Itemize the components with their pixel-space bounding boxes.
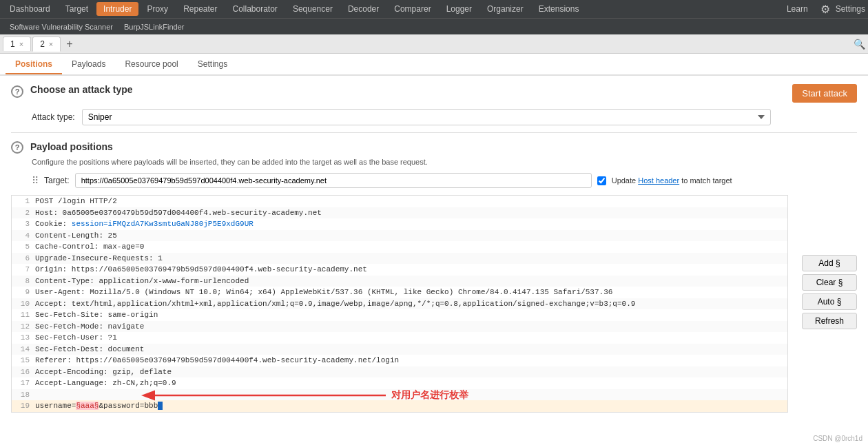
- code-line: 5Cache-Control: max-age=0: [12, 241, 787, 253]
- tab-label-2: 2: [40, 39, 45, 49]
- tab-1[interactable]: 1×: [3, 37, 31, 51]
- nav-item-dashboard[interactable]: Dashboard: [3, 2, 57, 16]
- payload-positions-help-icon[interactable]: ?: [11, 141, 23, 154]
- code-line: 16Accept-Encoding: gzip, deflate: [12, 366, 787, 378]
- right-buttons: Add § Clear § Auto § Refresh: [802, 255, 857, 329]
- tab-2[interactable]: 2×: [32, 37, 61, 52]
- nav-item-repeater[interactable]: Repeater: [176, 2, 224, 16]
- line-content: Sec-Fetch-User: ?1: [35, 332, 117, 344]
- nav-item-decoder[interactable]: Decoder: [341, 2, 386, 16]
- tab-close-1[interactable]: ×: [19, 40, 23, 48]
- section-tab-resource-pool[interactable]: Resource pool: [115, 55, 187, 74]
- line-content: Content-Type: application/x-www-form-url…: [35, 276, 249, 287]
- attack-type-label: Attack type:: [32, 112, 75, 122]
- update-host-checkbox[interactable]: [597, 176, 606, 185]
- host-header-link[interactable]: Host header: [638, 176, 679, 185]
- nav-item-comparer[interactable]: Comparer: [387, 2, 437, 16]
- code-line: 17Accept-Language: zh-CN,zh;q=0.9: [12, 377, 787, 389]
- tab-label-1: 1: [10, 39, 15, 49]
- nav-item-target[interactable]: Target: [59, 2, 95, 16]
- target-row: ⠿ Target: Update Host header to match ta…: [32, 173, 857, 188]
- line-number: 8: [14, 276, 30, 287]
- nav-item-collaborator[interactable]: Collaborator: [226, 2, 285, 16]
- line-content: username=§aaa§&password=bbb: [35, 400, 163, 412]
- line-content: Referer: https://0a65005e03769479b59d597…: [35, 355, 399, 366]
- section-tab-positions[interactable]: Positions: [6, 55, 62, 74]
- nav-item-intruder[interactable]: Intruder: [96, 2, 138, 16]
- attack-type-help-icon[interactable]: ?: [11, 85, 23, 98]
- code-line: 1POST /login HTTP/2: [12, 196, 787, 207]
- line-content: Accept-Language: zh-CN,zh;q=0.9: [35, 377, 176, 389]
- line-content: Sec-Fetch-Mode: navigate: [35, 321, 144, 333]
- section-tab-payloads[interactable]: Payloads: [62, 55, 115, 74]
- line-content: Sec-Fetch-Site: same-origin: [35, 309, 158, 321]
- code-editor[interactable]: 1POST /login HTTP/22Host: 0a65005e037694…: [11, 195, 788, 413]
- sub-nav: Software Vulnerability Scanner BurpJSLin…: [0, 18, 868, 34]
- code-line: 15Referer: https://0a65005e03769479b59d5…: [12, 355, 787, 366]
- auto-payload-marker-button[interactable]: Auto §: [802, 293, 857, 310]
- line-content: Sec-Fetch-Dest: document: [35, 344, 144, 355]
- line-content: Cache-Control: max-age=0: [35, 241, 144, 253]
- sub-nav-item-jslinkfinder[interactable]: BurpJSLinkFinder: [118, 21, 189, 32]
- tab-search-icon[interactable]: 🔍: [854, 39, 865, 50]
- payload-positions-desc: Configure the positions where payloads w…: [32, 158, 857, 166]
- line-number: 18: [14, 389, 30, 401]
- nav-item-logger[interactable]: Logger: [440, 2, 479, 16]
- settings-icon[interactable]: ⚙: [820, 3, 830, 16]
- nav-item-proxy[interactable]: Proxy: [140, 2, 175, 16]
- add-payload-marker-button[interactable]: Add §: [802, 255, 857, 271]
- nav-item-sequencer[interactable]: Sequencer: [286, 2, 340, 16]
- line-content: Accept: text/html,application/xhtml+xml,…: [35, 298, 635, 310]
- sub-nav-item-scanner[interactable]: Software Vulnerability Scanner: [4, 21, 118, 32]
- nav-settings: Learn ⚙ Settings: [780, 2, 865, 16]
- add-tab-button[interactable]: +: [62, 37, 76, 52]
- attack-type-row: Attack type: Sniper Battering ram Pitchf…: [32, 109, 857, 125]
- nav-item-organizer[interactable]: Organizer: [480, 2, 530, 16]
- line-content: User-Agent: Mozilla/5.0 (Windows NT 10.0…: [35, 287, 612, 298]
- line-content: Origin: https://0a65005e03769479b59d597d…: [35, 264, 367, 276]
- nav-item-extensions[interactable]: Extensions: [532, 2, 586, 16]
- attack-type-select[interactable]: Sniper Battering ram Pitchfork Cluster b…: [82, 109, 771, 125]
- attack-type-title: Choose an attack type: [30, 84, 857, 95]
- clear-payload-marker-button[interactable]: Clear §: [802, 274, 857, 291]
- update-host-label: Update Host header to match target: [612, 176, 732, 185]
- section-tabs: PositionsPayloadsResource poolSettings: [0, 54, 868, 76]
- settings-label[interactable]: Settings: [836, 4, 865, 14]
- line-number: 12: [14, 321, 30, 333]
- code-line: 9User-Agent: Mozilla/5.0 (Windows NT 10.…: [12, 287, 787, 298]
- line-number: 13: [14, 332, 30, 344]
- line-number: 2: [14, 207, 30, 219]
- line-number: 16: [14, 366, 30, 378]
- top-nav: DashboardTargetIntruderProxyRepeaterColl…: [0, 0, 868, 18]
- line-number: 3: [14, 218, 30, 230]
- line-number: 19: [14, 400, 30, 412]
- divider-1: [11, 132, 857, 133]
- code-line: 11Sec-Fetch-Site: same-origin: [12, 309, 787, 321]
- target-input[interactable]: [75, 173, 592, 188]
- line-content: Upgrade-Insecure-Requests: 1: [35, 253, 163, 265]
- code-line: 10Accept: text/html,application/xhtml+xm…: [12, 298, 787, 310]
- code-line: 2Host: 0a65005e03769479b59d597d004400f4.…: [12, 207, 787, 219]
- target-label: Target:: [44, 176, 70, 185]
- line-content: Content-Length: 25: [35, 230, 117, 242]
- line-number: 14: [14, 344, 30, 355]
- line-number: 7: [14, 264, 30, 276]
- code-line: 13Sec-Fetch-User: ?1: [12, 332, 787, 344]
- tab-close-2[interactable]: ×: [49, 40, 53, 48]
- code-line: 4Content-Length: 25: [12, 230, 787, 242]
- line-number: 1: [14, 196, 30, 207]
- line-number: 5: [14, 241, 30, 253]
- line-number: 6: [14, 253, 30, 265]
- line-content: Cookie: session=iFMQzdA7Kw3smtuGaNJ80jP5…: [35, 218, 254, 230]
- line-content: Accept-Encoding: gzip, deflate: [35, 366, 172, 378]
- line-number: 10: [14, 298, 30, 310]
- learn-nav-item[interactable]: Learn: [780, 2, 815, 16]
- refresh-button[interactable]: Refresh: [802, 313, 857, 329]
- drag-icon: ⠿: [32, 175, 39, 186]
- code-line: 3Cookie: session=iFMQzdA7Kw3smtuGaNJ80jP…: [12, 218, 787, 230]
- line-number: 4: [14, 230, 30, 242]
- code-line: 7Origin: https://0a65005e03769479b59d597…: [12, 264, 787, 276]
- section-tab-settings[interactable]: Settings: [188, 55, 237, 74]
- payload-positions-header: ? Payload positions: [11, 140, 857, 154]
- start-attack-button[interactable]: Start attack: [792, 84, 857, 103]
